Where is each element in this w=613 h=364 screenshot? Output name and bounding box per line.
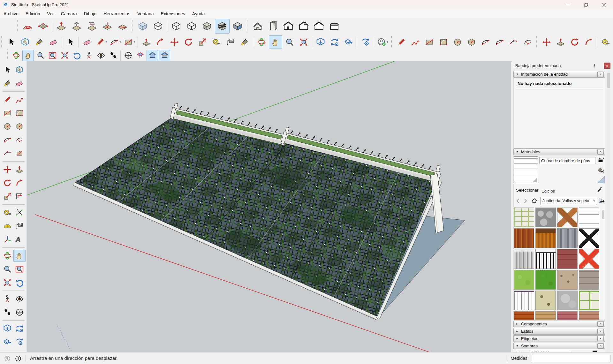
line-button[interactable]: [395, 35, 408, 49]
pie-button[interactable]: [13, 134, 26, 146]
menu-herramientas[interactable]: Herramientas: [100, 11, 134, 16]
move-button[interactable]: [1, 163, 13, 176]
menu-ayuda[interactable]: Ayuda: [189, 11, 208, 16]
rotated-rectangle-button[interactable]: [437, 35, 450, 49]
section-materials[interactable]: ▼ Materiales ×: [513, 148, 605, 155]
follow-me-button[interactable]: [154, 35, 167, 49]
view-top-button[interactable]: [266, 19, 280, 34]
position-camera-button[interactable]: [1, 293, 13, 305]
close-button[interactable]: [595, 0, 613, 9]
tab-edicion[interactable]: Edición: [541, 189, 555, 193]
menu-archivo[interactable]: Archivo: [0, 11, 22, 16]
minimize-button[interactable]: [559, 0, 577, 9]
default-material-sample[interactable]: [597, 176, 605, 183]
zoom-window-button[interactable]: [47, 50, 58, 61]
compass-button[interactable]: [122, 50, 134, 61]
freehand-button[interactable]: [409, 35, 422, 49]
walk-button[interactable]: [107, 50, 119, 61]
menu-extensiones[interactable]: Extensiones: [157, 11, 189, 16]
material-tile-barbed-wire[interactable]: [579, 208, 599, 227]
rectangle-button[interactable]: ▾: [123, 35, 136, 49]
tray-scrollbar[interactable]: [607, 70, 611, 352]
dimension-button[interactable]: [13, 207, 26, 219]
orbit-button[interactable]: [1, 250, 13, 262]
arc-filled-button[interactable]: [13, 147, 26, 159]
material-tile-grass-dark[interactable]: [535, 270, 556, 290]
material-tile-iron-fence[interactable]: [535, 249, 556, 269]
style-hiddenline-button[interactable]: [184, 19, 199, 34]
rotate-button[interactable]: [1, 177, 13, 189]
section-etiquetas[interactable]: ► Etiquetas ×: [513, 335, 605, 342]
section-entity-close-button[interactable]: ×: [597, 72, 604, 77]
forward-arrow-icon[interactable]: [522, 198, 529, 204]
polygon-button[interactable]: [465, 35, 478, 49]
follow-me-button[interactable]: [13, 177, 26, 189]
section-estilos[interactable]: ► Estilos ×: [513, 328, 605, 335]
material-tile-chain-link[interactable]: [579, 228, 599, 248]
dropdown-arrow-icon[interactable]: ▾: [105, 41, 107, 43]
pin-icon[interactable]: [592, 63, 597, 68]
menu-edicion[interactable]: Edición: [22, 11, 44, 16]
menu-dibujo[interactable]: Dibujo: [80, 11, 100, 16]
terrain-grid-button[interactable]: [36, 19, 50, 34]
move-button[interactable]: [168, 35, 181, 49]
section-cut-button[interactable]: [159, 50, 170, 61]
style-shaded-button[interactable]: [200, 19, 214, 34]
polygon-button[interactable]: [13, 120, 26, 133]
material-tile-redwood-fence[interactable]: [514, 228, 534, 248]
text-button[interactable]: [13, 220, 26, 232]
info-icon[interactable]: [15, 355, 22, 362]
rectangle-button[interactable]: [1, 107, 13, 119]
follow-me-button[interactable]: [582, 35, 595, 49]
style-xray-button[interactable]: [135, 19, 150, 34]
tray-scrollbar-thumb[interactable]: [607, 73, 610, 88]
rotate-button[interactable]: [182, 35, 195, 49]
push-pull-button[interactable]: [13, 163, 26, 176]
section-sombras[interactable]: ▼ Sombras ×: [513, 343, 605, 349]
material-tile-gray-stone-blocks[interactable]: [535, 208, 556, 227]
smoove-button[interactable]: [54, 19, 69, 34]
terrain-contours-button[interactable]: [20, 19, 35, 34]
text-button[interactable]: [224, 35, 237, 49]
view-back-button[interactable]: [312, 19, 326, 34]
secondary-pane-icon[interactable]: [597, 156, 604, 163]
section-plane-button[interactable]: [134, 50, 146, 61]
tab-seleccionar[interactable]: Seleccionar: [516, 188, 539, 193]
material-tile-orange-brick[interactable]: [514, 311, 534, 320]
eraser-button[interactable]: [47, 35, 60, 49]
view-left-button[interactable]: [327, 19, 342, 34]
back-arrow-icon[interactable]: [515, 198, 521, 204]
measurements-input[interactable]: [532, 355, 610, 362]
materials-scrollbar-thumb[interactable]: [602, 210, 604, 219]
timezone-dropdown[interactable]: UTC-07:00: [530, 350, 570, 352]
dropdown-arrow-icon[interactable]: ▾: [387, 41, 388, 43]
menu-ventana[interactable]: Ventana: [134, 11, 157, 16]
three-point-arc-button[interactable]: [1, 147, 13, 159]
scale-button[interactable]: [196, 35, 209, 49]
orbit-button[interactable]: [255, 35, 268, 49]
tc-publish-button[interactable]: [1, 336, 13, 348]
menu-ver[interactable]: Ver: [44, 11, 57, 16]
move-button[interactable]: [540, 35, 553, 49]
zoom-extents-button[interactable]: [59, 50, 70, 61]
compass-button[interactable]: [13, 306, 26, 318]
tc-sync-button[interactable]: [13, 322, 26, 335]
material-tile-white-railing[interactable]: [514, 291, 534, 310]
paint-bucket-button[interactable]: [238, 35, 251, 49]
select-button[interactable]: [64, 35, 77, 49]
section-entity-info[interactable]: ▼ Información de la entidad ×: [513, 71, 605, 78]
drape-button[interactable]: [85, 19, 99, 34]
two-point-arc-button[interactable]: [1, 134, 13, 146]
tray-header[interactable]: Bandeja predeterminada x: [512, 61, 613, 70]
material-tile-red-brick[interactable]: [557, 249, 578, 269]
sample-paint-eyedropper-icon[interactable]: [596, 186, 603, 193]
account-button[interactable]: ▾: [376, 35, 389, 49]
line-button[interactable]: ▾: [95, 35, 108, 49]
section-componentes-close-button[interactable]: ×: [597, 321, 604, 327]
push-pull-button[interactable]: [140, 35, 153, 49]
two-point-arc-button[interactable]: [493, 35, 506, 49]
tape-measure-button[interactable]: [599, 35, 612, 49]
circle-button[interactable]: [1, 120, 13, 133]
material-preview[interactable]: [514, 156, 538, 183]
look-around-button[interactable]: [13, 293, 26, 305]
